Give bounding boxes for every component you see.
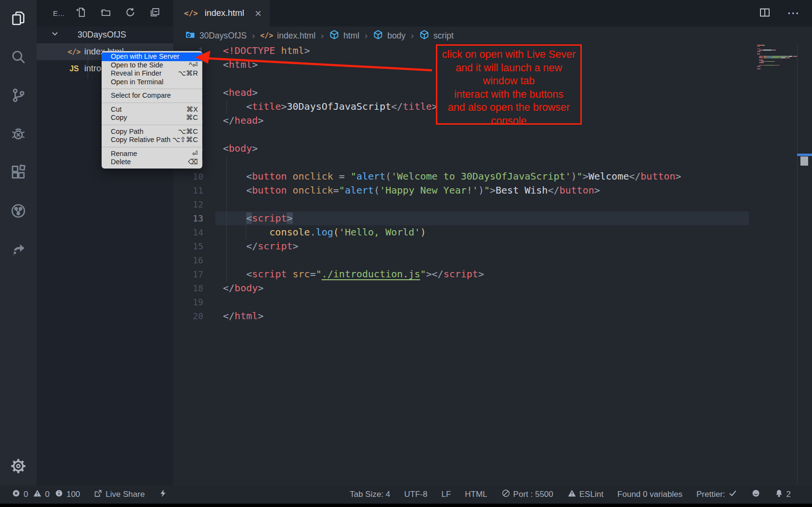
line-number: 18 [173,281,203,295]
status-100[interactable]: 100 [54,489,80,500]
code-line-17[interactable]: 17 <script src="./introduction.js"></scr… [173,267,812,281]
code-line-8[interactable]: 8<body> [173,142,812,156]
status-live-share[interactable]: Live Share [93,489,144,500]
breadcrumb-body[interactable]: body [373,29,406,42]
activity-extensions[interactable] [0,154,37,193]
menu-item-open-with-live-server[interactable]: Open with Live Server [102,52,202,61]
status-0[interactable]: 0 [33,489,49,500]
breadcrumb-label: script [433,31,454,41]
breadcrumb-label: body [387,31,406,41]
status-label: ESLint [579,490,603,499]
code-line-14[interactable]: 14 console.log('Hello, World') [173,225,812,239]
chevron-down-icon [50,29,60,41]
split-editor-icon[interactable] [759,7,771,20]
status-tab-size-4[interactable]: Tab Size: 4 [350,490,390,499]
menu-separator [102,89,202,89]
settings-gear-icon [10,457,27,477]
explorer-title: E... [53,9,65,17]
new-file-icon[interactable] [76,7,87,20]
menu-item-copy-relative-path[interactable]: Copy Relative Path⌥⇧⌘C [102,136,202,144]
status-port-5500[interactable]: Port : 5500 [501,489,553,500]
menu-item-rename[interactable]: Rename⏎ [102,150,202,158]
code-text: <!DOCTYPE html> [223,44,310,58]
code-line-19[interactable]: 19 [173,295,812,309]
status-label: 2 [786,490,791,499]
activity-bar [0,0,37,485]
search-icon [10,49,26,67]
code-line-11[interactable]: 11 <button onclick="alert('Happy New Yea… [173,183,812,197]
code-line-12[interactable]: 12 [173,197,812,211]
status-lightning[interactable] [158,489,168,500]
lightning-icon [158,489,168,500]
activity-explorer[interactable] [0,0,37,39]
code-line-9[interactable]: 9 [173,156,812,169]
tree-root-folder[interactable]: 30DaysOfJS [37,26,173,43]
menu-item-open-in-terminal[interactable]: Open in Terminal [102,78,202,87]
status-html[interactable]: HTML [465,490,487,499]
activity-remote[interactable] [0,193,37,231]
breadcrumb-script[interactable]: script [419,29,454,42]
annotation-line: console [437,115,580,128]
tab-strip: </> index.html × ⋯ [173,0,812,26]
breadcrumb-30DaysOfJS[interactable]: 30DaysOfJS [185,29,247,42]
line-number: 10 [173,169,203,183]
menu-item-copy[interactable]: Copy⌘C [102,114,202,122]
tab-index-html[interactable]: </> index.html × [173,0,270,26]
circle-slash-icon [501,489,511,500]
status-smiley[interactable] [751,489,760,500]
breadcrumb-index.html[interactable]: </>index.html [260,31,315,41]
status-label: Prettier: [696,490,725,499]
refresh-icon[interactable] [125,7,136,20]
menu-item-copy-path[interactable]: Copy Path⌥⌘C [102,128,202,136]
activity-search[interactable] [0,39,37,77]
extensions-icon [10,164,26,182]
status-utf-8[interactable]: UTF-8 [404,490,427,499]
code-line-13[interactable]: 13 <script> [173,211,812,225]
html-file-icon: </> [184,9,198,18]
activity-live-share[interactable] [0,231,37,270]
menu-item-cut[interactable]: Cut⌘X [102,105,202,114]
info-circle-icon [54,489,64,500]
code-line-15[interactable]: 15 </script> [173,239,812,253]
menu-item-select-for-compare[interactable]: Select for Compare [102,91,202,100]
code-text: </script> [223,239,299,253]
status-2[interactable]: 2 [774,489,791,500]
status-found-0-variables[interactable]: Found 0 variables [617,490,682,499]
code-line-16[interactable]: 16 [173,253,812,267]
annotation-line: window tab [437,75,580,88]
export-icon [93,489,103,500]
code-text: <html> [223,58,258,72]
menu-item-open-to-the-side[interactable]: Open to the Side^⏎ [102,61,202,70]
code-text: <title>30DaysOfJavaScript</title> [223,100,438,114]
breadcrumb-separator: › [321,31,324,41]
menu-item-reveal-in-finder[interactable]: Reveal in Finder⌥⌘R [102,69,202,78]
indent-guide [226,100,227,114]
minimap[interactable] [757,45,798,74]
status-prettier-[interactable]: Prettier: [696,489,737,500]
status-0[interactable]: 0 [12,489,28,500]
code-line-18[interactable]: 18</body> [173,281,812,295]
line-number: 14 [173,225,203,239]
menu-item-delete[interactable]: Delete⌫ [102,158,202,167]
code-line-7[interactable]: 7 [173,128,812,142]
new-folder-icon[interactable] [100,7,111,20]
code-line-20[interactable]: 20</html> [173,309,812,323]
settings-gear-button[interactable] [0,457,37,477]
menu-item-label: Open to the Side [111,61,163,70]
breadcrumb-html[interactable]: html [329,29,359,42]
error-circle-icon [12,489,21,500]
activity-run-debug[interactable] [0,116,37,154]
activity-source-control[interactable] [0,77,37,116]
status-eslint[interactable]: ESLint [567,489,603,500]
status-lf[interactable]: LF [441,490,451,499]
cube-icon [373,29,383,42]
tab-close-icon[interactable]: × [255,8,262,19]
code-line-10[interactable]: 10 <button onclick = "alert('Welcome to … [173,169,812,183]
more-actions-icon[interactable]: ⋯ [787,6,800,21]
code-text: </body> [223,281,263,295]
code-text: <head> [223,86,258,100]
current-line-highlight [215,211,749,225]
breadcrumb: 30DaysOfJS›</>index.html›html›body›scrip… [185,27,454,44]
collapse-all-icon[interactable] [149,7,160,20]
status-label: 0 [45,490,49,499]
